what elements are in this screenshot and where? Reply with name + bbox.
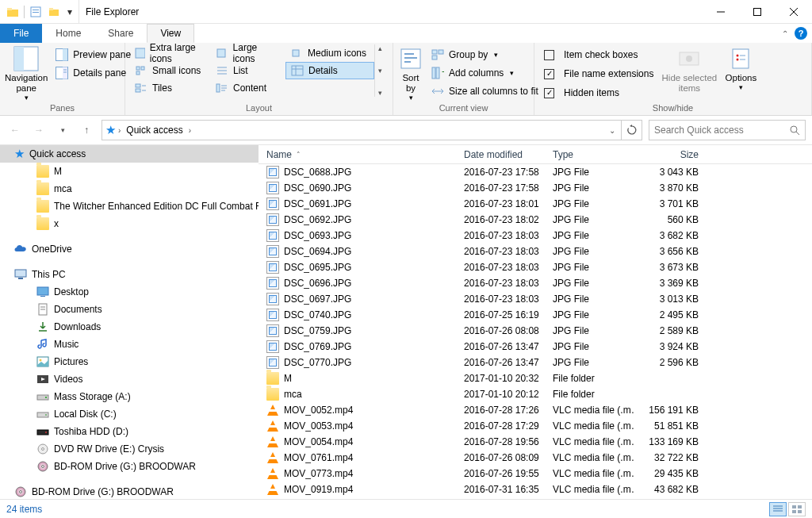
file-row[interactable]: MOV_0761.mp42016-07-26 08:09VLC media fi…	[259, 450, 812, 466]
layout-medium-icons[interactable]: Medium icons	[285, 44, 374, 62]
tree-item[interactable]: Documents	[0, 301, 259, 318]
address-history-dropdown[interactable]: ⌄	[607, 126, 618, 135]
tree-item[interactable]: Videos	[0, 370, 259, 388]
layout-small-icons[interactable]: Small icons	[130, 62, 211, 79]
tree-item[interactable]: The Witcher Enhanced Edition DC Full Com…	[0, 198, 259, 215]
tree-item[interactable]: Toshiba HDD (D:)	[0, 423, 259, 440]
tree-item[interactable]: x	[0, 215, 259, 232]
group-by-button[interactable]: Group by▾	[427, 46, 543, 63]
layout-gallery[interactable]: Extra large iconsLarge iconsMedium icons…	[130, 44, 385, 97]
layout-content[interactable]: Content	[211, 79, 285, 97]
file-row[interactable]: MOV_0052.mp42016-07-28 17:26VLC media fi…	[259, 402, 812, 418]
tree-item[interactable]: BD-ROM Drive (G:) BROODWAR	[0, 458, 259, 475]
file-row[interactable]: DSC_0694.JPG2016-07-23 18:03JPG File3 65…	[259, 244, 812, 259]
details-pane-button[interactable]: Details pane	[51, 64, 136, 82]
new-folder-icon[interactable]	[46, 3, 63, 21]
tree-item[interactable]: Pictures	[0, 353, 259, 370]
up-button[interactable]: ↑	[78, 121, 95, 139]
hidden-items-toggle[interactable]: Hidden items	[539, 84, 658, 102]
search-icon	[789, 125, 800, 136]
tab-share[interactable]: Share	[94, 24, 147, 43]
navigation-pane-button[interactable]: Navigation pane ▾	[5, 44, 48, 102]
column-name[interactable]: Name˄	[259, 145, 456, 163]
file-row[interactable]: DSC_0690.JPG2016-07-23 17:58JPG File3 87…	[259, 180, 812, 196]
file-row[interactable]: DSC_0770.JPG2016-07-26 13:47JPG File2 59…	[259, 355, 812, 370]
tree-item[interactable]: Mass Storage (A:)	[0, 388, 259, 405]
tab-view[interactable]: View	[147, 24, 194, 43]
column-date[interactable]: Date modified	[456, 145, 545, 163]
back-button[interactable]: ←	[6, 121, 24, 139]
chevron-right-icon[interactable]: ›	[116, 126, 123, 135]
tree-item[interactable]: DVD RW Drive (E:) Crysis	[0, 440, 259, 458]
file-list[interactable]: DSC_0688.JPG2016-07-23 17:58JPG File3 04…	[259, 164, 812, 499]
tree-item[interactable]: M	[0, 163, 259, 180]
tree-item[interactable]: Downloads	[0, 318, 259, 336]
file-row[interactable]: MOV_0773.mp42016-07-26 19:55VLC media fi…	[259, 466, 812, 482]
address-bar[interactable]: ★ › Quick access › ⌄	[102, 120, 622, 140]
size-all-columns-button[interactable]: Size all columns to fit	[427, 82, 543, 100]
file-list-pane: Name˄ Date modified Type Size DSC_0688.J…	[259, 145, 812, 499]
file-row[interactable]: DSC_0740.JPG2016-07-25 16:19JPG File2 49…	[259, 307, 812, 323]
column-type[interactable]: Type	[545, 145, 635, 163]
large-icons-view-button[interactable]	[788, 502, 806, 516]
layout-list[interactable]: List	[211, 62, 285, 79]
file-row[interactable]: DSC_0769.JPG2016-07-26 13:47JPG File3 92…	[259, 339, 812, 355]
layout-more[interactable]: ▴▾▾	[374, 44, 385, 97]
file-row[interactable]: DSC_0759.JPG2016-07-26 08:08JPG File2 58…	[259, 323, 812, 339]
forward-button[interactable]: →	[30, 121, 48, 139]
search-box[interactable]: Search Quick access	[649, 120, 806, 140]
svg-rect-43	[432, 50, 437, 54]
tree-item[interactable]: Desktop	[0, 283, 259, 301]
file-row[interactable]: MOV_0053.mp42016-07-28 17:29VLC media fi…	[259, 418, 812, 434]
svg-point-78	[42, 448, 44, 451]
tree-item[interactable]: Local Disk (C:)	[0, 405, 259, 423]
tree-item[interactable]: mca	[0, 180, 259, 198]
column-size[interactable]: Size	[635, 145, 707, 163]
panes-group-label: Panes	[5, 102, 120, 115]
tree-item[interactable]: BD-ROM Drive (G:) BROODWAR	[0, 483, 259, 499]
preview-pane-button[interactable]: Preview pane	[51, 46, 136, 63]
chevron-right-icon[interactable]: ›	[186, 126, 193, 135]
layout-extra-large-icons[interactable]: Extra large icons	[130, 44, 211, 62]
add-columns-button[interactable]: +Add columns▾	[427, 64, 543, 82]
file-row[interactable]: DSC_0691.JPG2016-07-23 18:01JPG File3 70…	[259, 196, 812, 212]
file-row[interactable]: DSC_0696.JPG2016-07-23 18:03JPG File3 36…	[259, 275, 812, 291]
breadcrumb-quick-access[interactable]: Quick access	[123, 125, 186, 136]
tree-item[interactable]: ★Quick access	[0, 145, 259, 163]
file-row[interactable]: DSC_0692.JPG2016-07-23 18:02JPG File560 …	[259, 212, 812, 228]
minimize-button[interactable]	[703, 0, 739, 23]
sort-by-button[interactable]: Sort by ▾	[398, 44, 423, 102]
tab-file[interactable]: File	[0, 24, 42, 43]
details-view-button[interactable]	[769, 502, 787, 516]
qat-customize-dropdown[interactable]: ▾	[64, 6, 75, 17]
layout-large-icons[interactable]: Large icons	[211, 44, 285, 62]
maximize-button[interactable]	[739, 0, 776, 23]
tree-item[interactable]: Music	[0, 336, 259, 353]
explorer-icon[interactable]	[4, 3, 21, 21]
recent-locations-dropdown[interactable]: ▾	[54, 121, 71, 139]
options-button[interactable]: Options ▾	[720, 44, 761, 91]
file-row[interactable]: M2017-01-10 20:32File folder	[259, 370, 812, 386]
svg-point-55	[737, 59, 739, 61]
svg-rect-88	[792, 510, 796, 513]
file-row[interactable]: MOV_0054.mp42016-07-28 19:56VLC media fi…	[259, 434, 812, 450]
tab-home[interactable]: Home	[42, 24, 94, 43]
properties-icon[interactable]	[27, 3, 44, 21]
file-row[interactable]: MOV_0919.mp42016-07-31 16:35VLC media fi…	[259, 482, 812, 497]
tree-item[interactable]: This PC	[0, 266, 259, 283]
refresh-button[interactable]	[622, 120, 642, 140]
file-extensions-toggle[interactable]: File name extensions	[539, 65, 658, 82]
item-checkboxes-toggle[interactable]: Item check boxes	[539, 46, 658, 63]
tree-item[interactable]: OneDrive	[0, 240, 259, 258]
file-row[interactable]: DSC_0695.JPG2016-07-23 18:03JPG File3 67…	[259, 259, 812, 275]
file-row[interactable]: mca2017-01-10 20:12File folder	[259, 386, 812, 402]
file-row[interactable]: DSC_0688.JPG2016-07-23 17:58JPG File3 04…	[259, 164, 812, 180]
layout-tiles[interactable]: Tiles	[130, 79, 211, 97]
layout-details[interactable]: Details	[285, 62, 374, 79]
help-icon[interactable]: ?	[795, 27, 807, 40]
ribbon-collapse-icon[interactable]: ⌃	[782, 29, 788, 38]
file-row[interactable]: DSC_0693.JPG2016-07-23 18:03JPG File3 68…	[259, 228, 812, 244]
svg-rect-52	[733, 49, 749, 68]
close-button[interactable]	[776, 0, 812, 23]
file-row[interactable]: DSC_0697.JPG2016-07-23 18:03JPG File3 01…	[259, 291, 812, 307]
